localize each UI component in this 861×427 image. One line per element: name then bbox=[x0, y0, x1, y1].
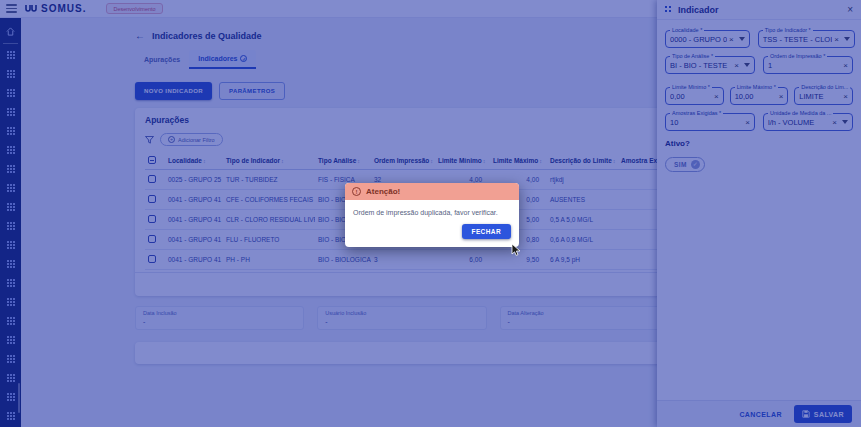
alert-header: ! Atenção! bbox=[345, 183, 519, 200]
alert-dialog: ! Atenção! Ordem de impressão duplicada,… bbox=[345, 183, 519, 247]
alert-title: Atenção! bbox=[366, 187, 400, 196]
app-screen: SOMUS. Desenvolvimento ← Indicadores de … bbox=[0, 0, 861, 427]
alert-footer: FECHAR bbox=[345, 224, 519, 247]
alert-message: Ordem de impressão duplicada, favor veri… bbox=[345, 200, 519, 224]
mouse-cursor bbox=[511, 243, 523, 257]
warning-icon: ! bbox=[352, 187, 361, 196]
fechar-button[interactable]: FECHAR bbox=[462, 224, 511, 239]
